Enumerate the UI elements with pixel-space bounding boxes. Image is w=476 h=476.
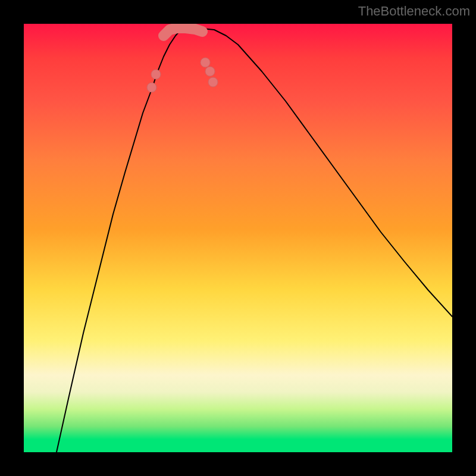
curve-marker [201,58,210,67]
chart-container: TheBottleneck.com [0,0,476,476]
curve-marker [151,70,161,79]
curve-marker [147,83,156,92]
curve-marker [205,67,215,76]
plot-area [24,24,452,452]
curve-marker [208,77,218,87]
watermark-text: TheBottleneck.com [358,4,470,19]
bottleneck-curve [24,24,452,452]
